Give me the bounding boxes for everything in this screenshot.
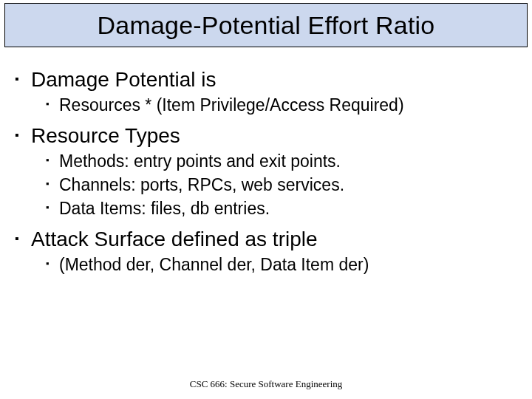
square-bullet-icon: ▪: [46, 151, 59, 170]
list-item: ▪ (Method der, Channel der, Data Item de…: [46, 254, 517, 275]
list-item: ▪ Channels: ports, RPCs, web services.: [46, 174, 517, 195]
slide-title: Damage-Potential Effort Ratio: [98, 11, 435, 40]
slide-footer: CSC 666: Secure Software Engineering: [0, 378, 532, 390]
list-item: ▪ Damage Potential is: [15, 68, 517, 92]
square-bullet-icon: ▪: [46, 174, 59, 194]
title-bar: Damage-Potential Effort Ratio: [4, 3, 528, 47]
list-item: ▪ Resource Types: [15, 124, 517, 148]
list-item-label: Attack Surface defined as triple: [31, 228, 318, 251]
square-bullet-icon: ▪: [15, 124, 31, 146]
slide-content: ▪ Damage Potential is ▪ Resources * (Ite…: [15, 59, 517, 362]
list-item-label: Damage Potential is: [31, 68, 216, 92]
slide: Damage-Potential Effort Ratio ▪ Damage P…: [0, 0, 532, 399]
square-bullet-icon: ▪: [15, 228, 31, 250]
list-item-label: Data Items: files, db entries.: [59, 198, 270, 219]
list-item: ▪ Data Items: files, db entries.: [46, 198, 517, 219]
square-bullet-icon: ▪: [15, 68, 31, 90]
square-bullet-icon: ▪: [46, 254, 59, 273]
list-item: ▪ Methods: entry points and exit points.: [46, 151, 517, 171]
list-item-label: Resources * (Item Privilege/Access Requi…: [59, 95, 404, 115]
square-bullet-icon: ▪: [46, 95, 59, 114]
list-item: ▪ Resources * (Item Privilege/Access Req…: [46, 95, 517, 115]
list-item: ▪ Attack Surface defined as triple: [15, 228, 517, 251]
list-item-label: Channels: ports, RPCs, web services.: [59, 174, 344, 195]
list-item-label: Resource Types: [31, 124, 180, 148]
square-bullet-icon: ▪: [46, 198, 59, 217]
list-item-label: Methods: entry points and exit points.: [59, 151, 341, 171]
list-item-label: (Method der, Channel der, Data Item der): [59, 254, 369, 275]
